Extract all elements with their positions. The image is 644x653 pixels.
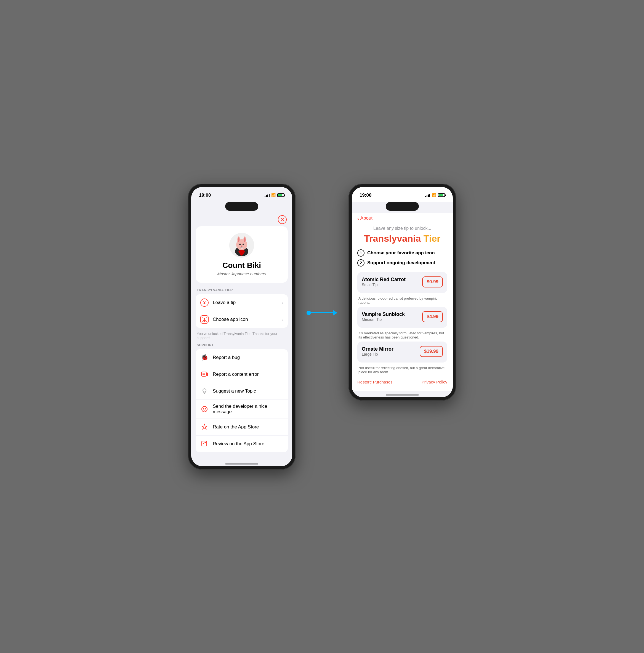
phone-1: 19:00 📶 <box>188 184 295 469</box>
arrow-dot <box>307 311 311 315</box>
tier-title: Translyvania Tier <box>357 233 447 244</box>
content-error-svg <box>201 371 208 378</box>
status-bar-2: 19:00 📶 <box>352 187 453 202</box>
close-button-area: ✕ <box>196 213 288 226</box>
report-content-item[interactable]: Report a content error <box>196 366 288 383</box>
tip-price-btn-1[interactable]: $0.99 <box>422 276 443 288</box>
review-icon <box>200 439 209 448</box>
app-icon-icon <box>200 315 209 324</box>
tip-name-1: Atomic Red Carrot <box>362 277 406 283</box>
svg-point-5 <box>244 237 245 242</box>
avatar-image <box>229 233 254 258</box>
leave-tip-item[interactable]: ¥ Leave a tip › <box>196 294 288 311</box>
avatar-subtitle: Master Japanese numbers <box>201 271 282 276</box>
svg-line-26 <box>203 442 206 444</box>
feature-num-2: 2 <box>357 259 364 266</box>
choose-icon-item[interactable]: Choose app icon › <box>196 311 288 328</box>
svg-point-8 <box>241 245 242 247</box>
scene: 19:00 📶 <box>188 184 456 469</box>
error-icon <box>200 370 209 379</box>
lightbulb-icon <box>200 387 209 395</box>
nice-message-item[interactable]: Send the developer a nice message <box>196 400 288 419</box>
feature-num-1: 1 <box>357 249 364 257</box>
tip-card-1-info: Atomic Red Carrot Small Tip <box>362 277 406 287</box>
phone1-content: ✕ <box>191 213 292 460</box>
wifi-icon-1: 📶 <box>271 193 276 197</box>
tip-card-3-row: Ornate Mirror Large Tip $19.99 <box>362 346 443 357</box>
leave-tip-chevron: › <box>282 300 283 305</box>
tip-price-btn-3[interactable]: $19.99 <box>420 346 443 357</box>
avatar-svg <box>231 234 253 256</box>
bug-icon: 🐞 <box>200 353 209 362</box>
tip-name-2: Vampire Sunblock <box>362 312 405 317</box>
smile-svg <box>201 406 208 413</box>
star-icon <box>200 422 209 432</box>
support-menu: 🐞 Report a bug R <box>196 349 288 452</box>
suggest-topic-item[interactable]: Suggest a new Topic <box>196 383 288 400</box>
tip-footer: Restore Purchases Privacy Policy <box>357 376 447 385</box>
status-time-2: 19:00 <box>360 193 372 198</box>
rate-store-item[interactable]: Rate on the App Store <box>196 419 288 436</box>
report-content-label: Report a content error <box>213 371 283 377</box>
svg-rect-10 <box>242 247 243 248</box>
tier-title-orange: Tier <box>424 233 440 244</box>
svg-marker-24 <box>202 424 207 429</box>
tip-size-1: Small Tip <box>362 283 406 287</box>
phone2-content: ‹ About Leave any size tip to unlock... … <box>352 213 453 391</box>
feature-item-2: 2 Support ongoing development <box>357 259 447 266</box>
tip-desc-2: It's marketed as specially formulated fo… <box>357 330 447 341</box>
choose-icon-chevron: › <box>282 317 283 322</box>
svg-point-6 <box>239 244 241 245</box>
feature-item-1: 1 Choose your favorite app icon <box>357 249 447 257</box>
svg-point-11 <box>241 252 242 253</box>
phone-2: 19:00 📶 <box>349 184 456 401</box>
avatar-card: Count Biki Master Japanese numbers <box>196 226 288 283</box>
battery-icon-2 <box>438 193 445 197</box>
tip-card-1-row: Atomic Red Carrot Small Tip $0.99 <box>362 276 443 288</box>
report-bug-item[interactable]: 🐞 Report a bug <box>196 349 288 366</box>
privacy-policy-link[interactable]: Privacy Policy <box>422 380 447 384</box>
tip-desc-1: A delicious, blood-red carrot preferred … <box>357 295 447 307</box>
tip-card-3[interactable]: Ornate Mirror Large Tip $19.99 <box>357 341 447 363</box>
svg-point-4 <box>238 237 239 242</box>
svg-rect-9 <box>241 247 242 248</box>
svg-point-7 <box>242 244 244 245</box>
tip-card-2-row: Vampire Sunblock Medium Tip $4.99 <box>362 311 443 322</box>
tip-card-2[interactable]: Vampire Sunblock Medium Tip $4.99 <box>357 307 447 328</box>
report-bug-label: Report a bug <box>213 355 283 360</box>
restore-purchases-link[interactable]: Restore Purchases <box>357 380 392 384</box>
back-label: About <box>360 215 373 221</box>
star-svg <box>201 424 208 431</box>
lightbulb-svg <box>201 388 208 394</box>
svg-point-13 <box>204 318 205 320</box>
back-nav[interactable]: ‹ About <box>357 213 447 226</box>
svg-rect-25 <box>202 441 207 446</box>
svg-point-23 <box>205 408 206 409</box>
review-store-item[interactable]: Review on the App Store <box>196 436 288 452</box>
svg-point-22 <box>203 408 204 409</box>
tip-price-btn-2[interactable]: $4.99 <box>422 311 443 322</box>
tip-card-1[interactable]: Atomic Red Carrot Small Tip $0.99 <box>357 272 447 293</box>
svg-point-18 <box>203 389 206 392</box>
arrow-area <box>307 310 337 316</box>
feature-label-1: Choose your favorite app icon <box>367 250 435 256</box>
avatar-name: Count Biki <box>201 261 282 270</box>
feature-label-2: Support ongoing development <box>367 260 435 266</box>
signal-icon-2 <box>425 194 430 197</box>
arrow-connector <box>307 310 337 316</box>
phone-2-inner: 19:00 📶 <box>352 187 453 397</box>
wifi-icon-2: 📶 <box>432 193 436 197</box>
review-svg <box>201 440 208 448</box>
tip-card-2-info: Vampire Sunblock Medium Tip <box>362 312 405 322</box>
status-time-1: 19:00 <box>199 193 211 198</box>
home-indicator-2 <box>386 394 419 395</box>
home-indicator-1 <box>225 463 258 465</box>
review-store-label: Review on the App Store <box>213 441 283 446</box>
yen-icon: ¥ <box>200 298 209 307</box>
tip-card-3-info: Ornate Mirror Large Tip <box>362 346 393 357</box>
close-button[interactable]: ✕ <box>278 215 287 224</box>
nice-message-label: Send the developer a nice message <box>213 404 283 415</box>
status-bar-1: 19:00 📶 <box>191 187 292 202</box>
signal-icon-1 <box>265 194 269 197</box>
support-section-label: SUPPORT <box>196 343 288 347</box>
